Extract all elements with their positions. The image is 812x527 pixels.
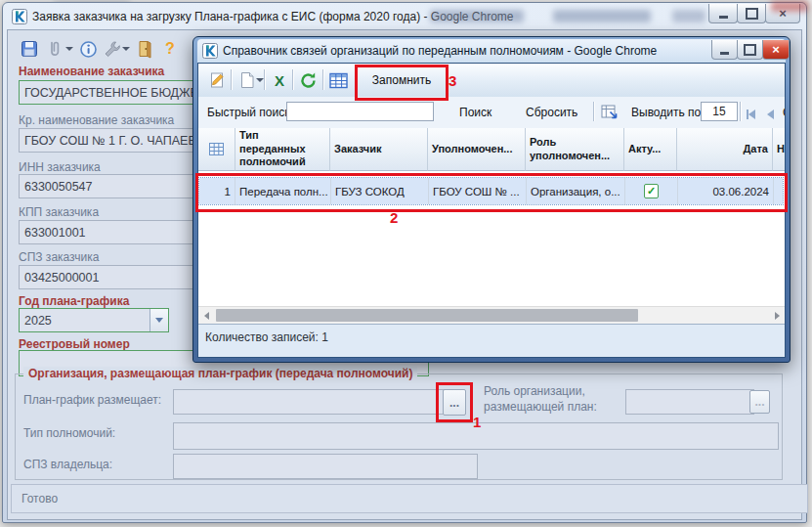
column-header[interactable]: Акту...	[624, 128, 677, 171]
app-logo-icon	[202, 43, 218, 59]
annotation-number-3: 3	[449, 72, 456, 89]
cell-role: Организация, о...	[527, 178, 625, 204]
checkmark-icon: ✓	[647, 186, 656, 197]
column-header[interactable]: Заказчик	[330, 128, 428, 171]
prev-page-button[interactable]	[767, 107, 774, 120]
paperclip-icon	[46, 39, 64, 59]
export-excel-button[interactable]: X	[269, 69, 290, 91]
field-label-inn: ИНН заказчика	[19, 160, 101, 174]
horizontal-scrollbar[interactable]	[198, 306, 785, 324]
role-field	[625, 389, 754, 415]
dialog-close-button[interactable]: ×	[762, 40, 790, 60]
record-count-text: Количество записей: 1	[205, 330, 328, 344]
tools-button[interactable]	[101, 38, 122, 60]
field-label-short-name: Кр. наименование заказчика	[19, 113, 174, 127]
scrollbar-thumb[interactable]	[216, 309, 638, 322]
tools-dropdown-icon[interactable]	[122, 47, 130, 51]
owner-spz-field	[173, 454, 478, 479]
dialog-titlebar[interactable]: Справочник связей организаций по передан…	[197, 39, 786, 63]
background-window-fragment	[430, 10, 524, 22]
annotation-number-2: 2	[390, 209, 398, 226]
per-page-label: Выводить по	[631, 106, 701, 119]
info-button[interactable]	[77, 38, 99, 60]
arrow-left-icon	[204, 312, 209, 320]
per-page-input[interactable]	[701, 102, 738, 121]
short-name-value: ГБОУ СОШ № 1 Г. О. ЧАПАЕВСК	[24, 134, 212, 148]
publisher-field	[173, 389, 447, 415]
publisher-lookup-button[interactable]: ...	[443, 389, 466, 416]
minimize-button[interactable]	[708, 4, 738, 23]
maximize-icon	[746, 8, 758, 20]
toolbar-separator	[322, 69, 323, 90]
column-header[interactable]: Но	[773, 128, 786, 171]
maximize-button[interactable]	[737, 4, 766, 23]
kpp-value: 633001001	[24, 226, 86, 240]
remember-button[interactable]: Запомнить	[363, 68, 441, 92]
column-header-label: Роль уполномочен...	[530, 136, 620, 163]
field-label-spz: СПЗ заказчика	[19, 250, 99, 264]
grid-settings-button[interactable]	[327, 69, 349, 91]
background-window-fragment	[672, 10, 705, 22]
inn-value: 6330050547	[24, 180, 93, 194]
refresh-button[interactable]	[297, 69, 319, 91]
chevron-down-icon	[155, 318, 163, 323]
column-header[interactable]: Роль уполномочен...	[526, 128, 624, 171]
edit-button[interactable]	[207, 69, 229, 91]
column-header[interactable]: Уполномочен...	[428, 128, 526, 171]
search-button[interactable]: Поиск	[459, 106, 491, 119]
exit-button[interactable]	[134, 38, 155, 60]
column-header-label: Уполномочен...	[432, 143, 512, 156]
attachments-button[interactable]	[44, 38, 65, 60]
year-select-value: 2025	[20, 309, 150, 331]
select-all-header[interactable]	[198, 128, 235, 171]
row-number: 1	[225, 186, 231, 198]
scroll-left-button[interactable]	[198, 307, 214, 324]
first-page-icon	[748, 110, 755, 119]
field-label-reg-number: Реестровый номер	[19, 337, 130, 351]
column-header-label: Акту...	[628, 143, 661, 156]
dialog-search-panel: Быстрый поиск Поиск Сбросить Выводить по	[198, 97, 785, 129]
attachments-dropdown-icon[interactable]	[65, 47, 73, 51]
cell-text: Организация, о...	[531, 186, 620, 198]
field-label-role: Роль организации, размещающей план:	[484, 384, 630, 415]
cell-actual: ✓	[625, 178, 678, 204]
column-header-label: Тип переданных полномочий	[239, 129, 325, 169]
new-record-dropdown-icon[interactable]	[256, 78, 264, 82]
actual-checkbox[interactable]: ✓	[644, 184, 659, 198]
first-page-button[interactable]	[747, 107, 755, 120]
column-header[interactable]: Дата	[677, 128, 773, 171]
year-select[interactable]: 2025	[19, 308, 169, 332]
save-button[interactable]	[19, 38, 40, 60]
dialog-minimize-button[interactable]	[711, 40, 738, 60]
info-icon	[79, 40, 98, 59]
dialog-status-bar: Количество записей: 1	[198, 324, 786, 358]
new-record-button[interactable]	[236, 69, 258, 91]
cell-text: 03.06.2024	[712, 186, 769, 198]
cell-empty	[774, 178, 783, 204]
maximize-icon	[744, 44, 756, 56]
new-document-icon	[239, 71, 255, 89]
toolbar-separator	[740, 102, 741, 121]
toolbar-separator	[593, 102, 594, 121]
app-logo-icon	[12, 9, 27, 24]
toolbar-separator	[231, 69, 232, 90]
cell-text: ГБОУ СОШ № ...	[433, 186, 520, 198]
quick-search-input[interactable]	[286, 102, 434, 121]
reset-button[interactable]: Сбросить	[526, 106, 577, 119]
edit-icon	[209, 71, 227, 89]
year-select-arrow[interactable]	[150, 309, 168, 331]
column-header-label: Но	[777, 143, 786, 156]
page-size-button[interactable]	[599, 102, 620, 123]
role-lookup-button[interactable]: ...	[749, 390, 770, 414]
cell-date: 03.06.2024	[678, 178, 774, 204]
field-label-authority-type: Тип полномочий:	[23, 426, 115, 440]
help-button[interactable]: ?	[159, 38, 181, 60]
ellipsis-label: ...	[754, 395, 764, 409]
table-row[interactable]: 1 Передача полн... ГБУЗ СОКОД ГБОУ СОШ №…	[199, 178, 783, 204]
column-header[interactable]: Тип переданных полномочий	[235, 128, 330, 171]
scroll-right-button[interactable]	[769, 307, 785, 324]
field-label-year: Год плана-графика	[19, 294, 129, 308]
delegation-group-box: Организация, размещающая план-график (пе…	[15, 373, 783, 480]
group-box-title: Организация, размещающая план-график (пе…	[23, 367, 417, 380]
dialog-maximize-button[interactable]	[737, 40, 763, 60]
